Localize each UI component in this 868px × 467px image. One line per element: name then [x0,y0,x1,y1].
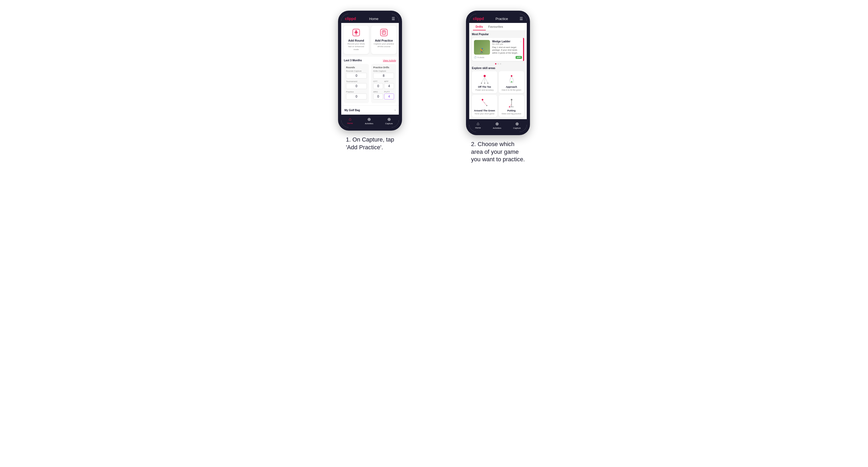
quick-actions: Add Round Record your shots fast or enha… [341,23,399,57]
stats-header: Last 3 Months View Activity [344,59,396,62]
home-icon: ⌂ [349,117,351,122]
nav-capture-label: Capture [385,122,393,125]
phone1-bottom-nav: ⌂ Home ⊕ Activities ⊕ Capture [341,115,399,127]
arg-skill-desc: Hone your short game [474,113,494,115]
clippd-logo-1: clippd [345,17,356,21]
svg-point-19 [511,99,513,100]
skill-card-approach[interactable]: Approach Dial-in to hit the green [499,71,524,93]
featured-title-row: Wedge Ladder ☆ [492,40,522,43]
header-title-1: Home [369,17,378,21]
activities2-icon: ⊕ [495,121,499,126]
golf-bag-chevron-icon: › [395,108,396,112]
featured-card[interactable]: 🏌️ Wedge Ladder ☆ 50–100 yds Play 1 shot… [472,38,524,61]
golfer-silhouette-icon: 🏌️ [479,48,485,54]
arg-value: 0 [373,94,383,99]
svg-point-11 [487,83,488,84]
nav-home[interactable]: ⌂ Home [347,117,353,125]
view-activity-link[interactable]: View Activity [383,59,396,62]
tournament-row: Tournament 0 [346,80,367,89]
app-badge: APP [516,56,522,59]
svg-point-15 [511,82,512,82]
my-golf-bag-row[interactable]: My Golf Bag › [341,105,399,115]
app-label: APP [384,80,394,83]
nav-activities-label: Activities [365,122,373,125]
header-title-2: Practice [496,17,508,21]
add-round-card[interactable]: Add Round Record your shots fast or enha… [343,26,369,54]
featured-title: Wedge Ladder [492,40,510,43]
svg-line-7 [485,77,488,83]
most-popular-title: Most Popular [472,33,524,36]
hamburger-icon-2[interactable]: ☰ [520,17,523,21]
star-icon[interactable]: ☆ [520,40,522,43]
dots-indicator [472,63,524,64]
practice-row: Practice 0 [346,91,367,99]
approach-skill-title: Approach [506,86,517,88]
capture2-icon: ⊕ [515,121,519,126]
tab-favourites[interactable]: Favourites [486,23,506,30]
hamburger-icon-1[interactable]: ☰ [392,17,395,21]
nav2-home-label: Home [475,127,480,129]
arg-skill-title: Around The Green [474,109,495,112]
dot-3 [500,63,501,64]
capture-icon: ⊕ [388,117,391,122]
skill-card-arg[interactable]: Around The Green Hone your short game [472,95,497,117]
skill-card-ott[interactable]: Off The Tee Power and accuracy [472,71,497,93]
skill-grid: Off The Tee Power and accuracy [472,71,524,117]
featured-inner: 🏌️ Wedge Ladder ☆ 50–100 yds Play 1 shot… [474,40,522,55]
rounds-capture-label: Rounds Capture [346,70,367,72]
app-value: 4 [384,83,394,89]
arg-label: ARG [373,91,383,93]
approach-icon-area [506,74,518,85]
phone-2-screen: clippd Practice ☰ Drills Favourites Most… [469,14,527,132]
phone-1-frame: clippd Home ☰ [338,11,402,131]
stats-section: Last 3 Months View Activity Rounds Round… [341,57,399,105]
shots-count-value: 9 shots [477,56,485,59]
approach-skill-desc: Dial-in to hit the green [502,89,521,91]
app-row: APP 4 [384,80,394,89]
tab-drills[interactable]: Drills [473,23,486,30]
svg-point-17 [486,105,487,106]
tabs-bar: Drills Favourites [469,23,527,31]
featured-image: 🏌️ [474,40,490,55]
shots-count: 🕐 9 shots [474,56,485,59]
nav2-capture-label: Capture [513,127,521,129]
activities-icon: ⊕ [367,117,371,122]
featured-img-inner: 🏌️ [474,40,490,55]
dot-2 [497,63,499,64]
nav-home-label: Home [347,122,353,124]
nav-capture[interactable]: ⊕ Capture [385,117,393,125]
ott-row: OTT 0 [373,80,383,89]
svg-point-4 [383,31,384,32]
phone-1-screen: clippd Home ☰ [341,14,399,127]
ott-icon-area [479,74,491,85]
featured-subtitle: 50–100 yds [492,43,522,45]
nav2-home[interactable]: ⌂ Home [475,121,480,129]
rounds-title: Rounds [346,66,367,69]
featured-footer: 🕐 9 shots APP [474,56,522,59]
svg-point-10 [484,83,485,84]
add-practice-card[interactable]: Add Practice Capture your practice off-t… [371,26,397,54]
practice-content: Most Popular 🏌️ We [469,31,527,119]
putt-row: PUTT 4 [384,91,394,99]
drill-sub-grid: OTT 0 ARG 0 [373,80,394,101]
ott-value: 0 [373,83,383,89]
my-golf-bag-text: My Golf Bag [344,109,360,112]
add-practice-title: Add Practice [375,39,393,42]
svg-point-18 [484,102,485,103]
nav2-activities[interactable]: ⊕ Activities [493,121,501,129]
add-round-title: Add Round [348,39,364,42]
ott-col: OTT 0 ARG 0 [373,80,383,101]
arg-row: ARG 0 [373,91,383,99]
featured-desc: Play 1 shot at each target yardage. If y… [492,46,522,54]
dot-1 [495,63,496,64]
nav2-capture[interactable]: ⊕ Capture [513,121,521,129]
skill-card-putt[interactable]: Putting Make and lag practice [499,95,524,117]
svg-point-5 [484,75,486,77]
nav-activities[interactable]: ⊕ Activities [365,117,373,125]
clippd-logo-2: clippd [473,17,484,21]
phone2-header: clippd Practice ☰ [469,14,527,23]
tournament-value: 0 [346,83,367,89]
svg-point-12 [511,75,513,77]
svg-rect-2 [380,29,388,36]
add-practice-desc: Capture your practice off-the-course [373,43,395,48]
